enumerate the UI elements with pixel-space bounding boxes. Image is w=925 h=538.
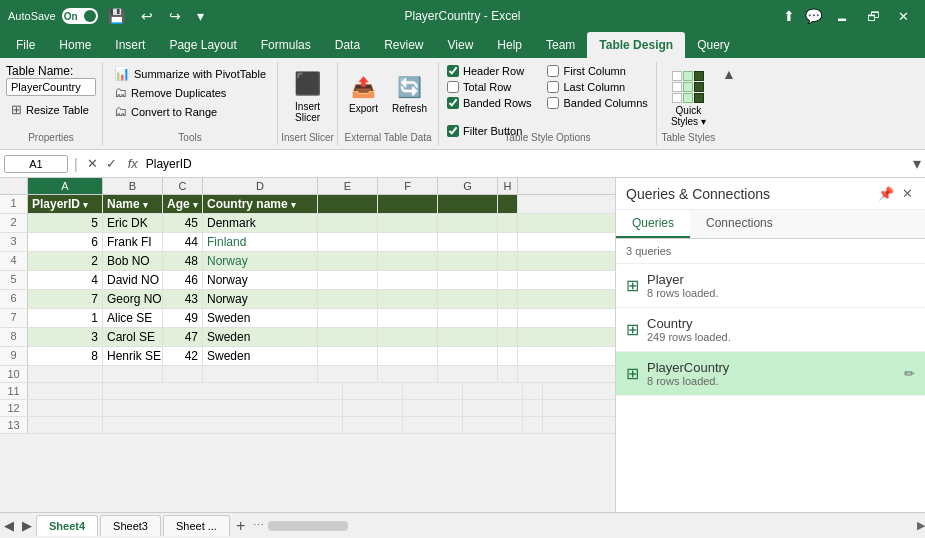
- cell-h5[interactable]: [498, 271, 518, 289]
- cell-a3[interactable]: 6: [28, 233, 103, 251]
- cell-c10[interactable]: [163, 366, 203, 382]
- cell-f1[interactable]: [378, 195, 438, 213]
- tab-home[interactable]: Home: [47, 32, 103, 58]
- total-row-checkbox-row[interactable]: Total Row: [445, 80, 534, 94]
- minimize-button[interactable]: 🗕: [828, 7, 857, 26]
- add-sheet-button[interactable]: +: [232, 517, 249, 535]
- cell-a4[interactable]: 2: [28, 252, 103, 270]
- cell-a10[interactable]: [28, 366, 103, 382]
- cell-h12[interactable]: [523, 400, 543, 416]
- sheet-nav-right[interactable]: ▶: [18, 518, 36, 533]
- cell-a5[interactable]: 4: [28, 271, 103, 289]
- cell-d1[interactable]: Country name ▾: [203, 195, 318, 213]
- cell-a2[interactable]: 5: [28, 214, 103, 232]
- cell-d5[interactable]: Norway: [203, 271, 318, 289]
- cell-f13[interactable]: [403, 417, 463, 433]
- total-row-checkbox[interactable]: [447, 81, 459, 93]
- cell-e5[interactable]: [318, 271, 378, 289]
- query-item-playercountry[interactable]: ⊞ PlayerCountry 8 rows loaded. ✏: [616, 352, 925, 396]
- cell-h10[interactable]: [498, 366, 518, 382]
- cell-e11[interactable]: [343, 383, 403, 399]
- collapse-icon[interactable]: ▲: [722, 66, 736, 82]
- cell-d2[interactable]: Denmark: [203, 214, 318, 232]
- cell-e12[interactable]: [343, 400, 403, 416]
- col-header-c[interactable]: C: [163, 178, 203, 194]
- cell-e3[interactable]: [318, 233, 378, 251]
- tab-review[interactable]: Review: [372, 32, 435, 58]
- sheet-tab-sheet-more[interactable]: Sheet ...: [163, 515, 230, 536]
- cell-b10[interactable]: [103, 366, 163, 382]
- cell-d8[interactable]: Sweden: [203, 328, 318, 346]
- banded-rows-checkbox-row[interactable]: Banded Rows: [445, 96, 534, 110]
- last-column-checkbox-row[interactable]: Last Column: [545, 80, 649, 94]
- cell-b4[interactable]: Bob NO: [103, 252, 163, 270]
- cell-c6[interactable]: 43: [163, 290, 203, 308]
- cell-a9[interactable]: 8: [28, 347, 103, 365]
- resize-table-button[interactable]: ⊞ Resize Table: [6, 100, 96, 119]
- cell-a7[interactable]: 1: [28, 309, 103, 327]
- quick-styles-button[interactable]: QuickStyles ▾: [663, 68, 714, 140]
- convert-to-range-button[interactable]: 🗂 Convert to Range: [109, 102, 271, 121]
- cell-b1[interactable]: Name ▾: [103, 195, 163, 213]
- cell-d9[interactable]: Sweden: [203, 347, 318, 365]
- col-header-h[interactable]: H: [498, 178, 518, 194]
- tab-insert[interactable]: Insert: [103, 32, 157, 58]
- cell-h7[interactable]: [498, 309, 518, 327]
- sheet-options-icon[interactable]: ⋯: [253, 519, 264, 532]
- cell-bcd13[interactable]: [103, 417, 343, 433]
- cell-bcd12[interactable]: [103, 400, 343, 416]
- cell-b2[interactable]: Eric DK: [103, 214, 163, 232]
- cell-b3[interactable]: Frank FI: [103, 233, 163, 251]
- cell-e6[interactable]: [318, 290, 378, 308]
- cell-h2[interactable]: [498, 214, 518, 232]
- cell-f4[interactable]: [378, 252, 438, 270]
- cell-g12[interactable]: [463, 400, 523, 416]
- cell-bcd11[interactable]: [103, 383, 343, 399]
- header-row-checkbox-row[interactable]: Header Row: [445, 64, 534, 78]
- redo-icon[interactable]: ↪: [165, 6, 185, 26]
- cell-g8[interactable]: [438, 328, 498, 346]
- query-item-player[interactable]: ⊞ Player 8 rows loaded.: [616, 264, 925, 308]
- cell-a11[interactable]: [28, 383, 103, 399]
- sheet-tab-sheet3[interactable]: Sheet3: [100, 515, 161, 536]
- banded-columns-checkbox[interactable]: [547, 97, 559, 109]
- cell-h1[interactable]: [498, 195, 518, 213]
- banded-columns-checkbox-row[interactable]: Banded Columns: [545, 96, 649, 110]
- cell-e1[interactable]: [318, 195, 378, 213]
- cell-g11[interactable]: [463, 383, 523, 399]
- cell-d4[interactable]: Norway: [203, 252, 318, 270]
- scroll-area[interactable]: A B C D E F G H 1 PlayerID ▾ Name ▾ Age …: [0, 178, 615, 512]
- col-header-a[interactable]: A: [28, 178, 103, 194]
- cell-f9[interactable]: [378, 347, 438, 365]
- ribbon-collapse-btn[interactable]: ▲: [720, 62, 738, 145]
- cell-f5[interactable]: [378, 271, 438, 289]
- queries-tab-connections[interactable]: Connections: [690, 210, 789, 238]
- summarize-pivottable-button[interactable]: 📊 Summarize with PivotTable: [109, 64, 271, 83]
- tab-view[interactable]: View: [436, 32, 486, 58]
- cell-b5[interactable]: David NO: [103, 271, 163, 289]
- cell-f6[interactable]: [378, 290, 438, 308]
- confirm-formula-btn[interactable]: ✓: [103, 156, 120, 171]
- queries-tab-queries[interactable]: Queries: [616, 210, 690, 238]
- cell-d6[interactable]: Norway: [203, 290, 318, 308]
- cell-c4[interactable]: 48: [163, 252, 203, 270]
- formula-bar-expand-icon[interactable]: ▾: [913, 154, 921, 173]
- cell-f8[interactable]: [378, 328, 438, 346]
- cell-e10[interactable]: [318, 366, 378, 382]
- cell-e7[interactable]: [318, 309, 378, 327]
- col-header-b[interactable]: B: [103, 178, 163, 194]
- cell-f11[interactable]: [403, 383, 463, 399]
- col-header-d[interactable]: D: [203, 178, 318, 194]
- tab-query[interactable]: Query: [685, 32, 742, 58]
- cell-b7[interactable]: Alice SE: [103, 309, 163, 327]
- cell-a6[interactable]: 7: [28, 290, 103, 308]
- cell-b9[interactable]: Henrik SE: [103, 347, 163, 365]
- cell-d3[interactable]: Finland: [203, 233, 318, 251]
- query-edit-icon[interactable]: ✏: [904, 366, 915, 381]
- share-icon[interactable]: ⬆: [779, 6, 799, 26]
- name-box[interactable]: [4, 155, 68, 173]
- restore-button[interactable]: 🗗: [859, 7, 888, 26]
- cell-g9[interactable]: [438, 347, 498, 365]
- cell-g5[interactable]: [438, 271, 498, 289]
- tab-team[interactable]: Team: [534, 32, 587, 58]
